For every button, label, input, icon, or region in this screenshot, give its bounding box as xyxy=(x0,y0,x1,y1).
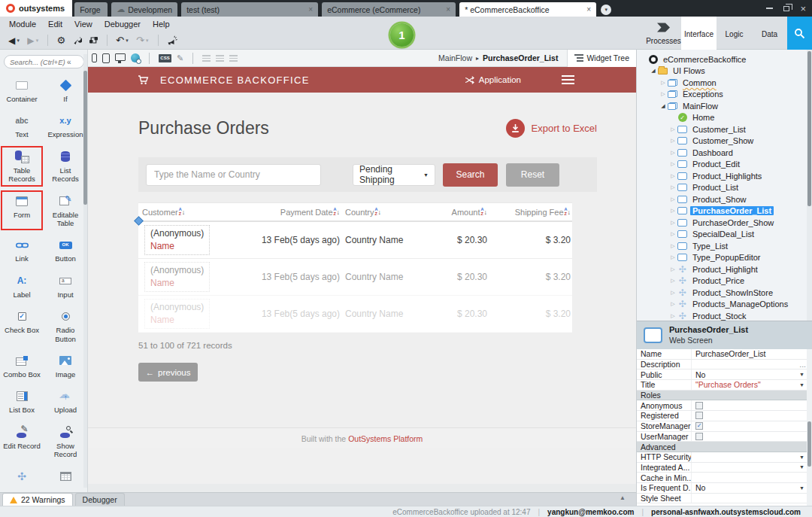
expand-icon[interactable]: ▷ xyxy=(669,208,677,214)
layer-tab-interface[interactable]: Interface xyxy=(681,17,717,50)
expand-icon[interactable]: ▷ xyxy=(669,220,677,226)
widget-editable-table[interactable]: ✎Editable Table xyxy=(46,192,85,230)
expand-icon[interactable]: ▷ xyxy=(669,266,677,272)
tutorial-step-badge[interactable]: 1 xyxy=(390,23,414,47)
tree-item-product-show[interactable]: ▷Product_Show xyxy=(637,193,812,205)
minimize-icon[interactable] xyxy=(766,8,773,9)
column-header-shipping-fee[interactable]: Shipping FeeAZ↓ xyxy=(489,208,572,217)
tree-item-type-popupeditor[interactable]: ▷Type_PopupEditor xyxy=(637,252,812,264)
prop-value[interactable] xyxy=(691,411,812,421)
tree-item-product-highlight[interactable]: ▷✣Product_Highlight xyxy=(637,263,812,275)
environment-host[interactable]: personal-asnfwaxh.outsystemscloud.com xyxy=(651,508,801,516)
expand-icon[interactable]: ▷ xyxy=(669,313,677,319)
site-title[interactable]: ECOMMERCE BACKOFFICE xyxy=(160,75,310,86)
manage-dependencies-button[interactable] xyxy=(86,35,101,45)
scroll-up-icon[interactable]: ▲ xyxy=(620,494,626,501)
chevron-down-icon[interactable]: ▼ xyxy=(799,464,804,470)
prop-value[interactable]: "Purchase Orders"▼ xyxy=(691,380,812,390)
widget-form[interactable]: Form xyxy=(2,192,41,230)
app-tab-forge[interactable]: Forge xyxy=(74,2,108,17)
checkbox-checked-icon[interactable]: ✓ xyxy=(695,422,703,430)
align-center-icon[interactable] xyxy=(216,55,224,62)
expand-icon[interactable]: ▷ xyxy=(669,278,677,284)
global-search-button[interactable] xyxy=(787,17,812,50)
expand-icon[interactable]: ▷ xyxy=(669,243,677,249)
prop-value[interactable]: ✓ xyxy=(691,421,812,431)
prop-value[interactable]: ... xyxy=(691,360,812,370)
back-button[interactable]: ◀▼ xyxy=(6,36,23,45)
tree-item-mainflow[interactable]: ◢MainFlow xyxy=(637,100,812,112)
sort-az-icon[interactable]: AZ↓ xyxy=(179,208,185,216)
menu-item-view[interactable]: View xyxy=(68,18,98,30)
tree-item-customer-show[interactable]: ▷Customer_Show xyxy=(637,135,812,147)
tree-item-product-showinstore[interactable]: ▷✣Product_ShowInStore xyxy=(637,287,812,299)
layer-tab-logic[interactable]: Logic xyxy=(717,17,752,50)
expand-icon[interactable]: ▷ xyxy=(669,301,677,307)
properties-scrollbar[interactable] xyxy=(807,349,812,506)
toolbox-search-input[interactable] xyxy=(8,57,67,67)
tab-overflow-button[interactable]: ▼ xyxy=(601,5,611,15)
tree-item-product-list[interactable]: ▷Product_List xyxy=(637,182,812,194)
export-to-excel-link[interactable]: Export to Excel xyxy=(506,119,597,138)
menu-item-edit[interactable]: Edit xyxy=(42,18,68,30)
checkbox-unchecked-icon[interactable] xyxy=(695,412,703,419)
widget-image[interactable]: Image xyxy=(46,351,85,380)
customer-name-link[interactable]: Name xyxy=(150,241,204,251)
warnings-tab[interactable]: 22 Warnings xyxy=(2,493,73,506)
tree-item-purchaseorder-list[interactable]: ▷PurchaseOrder_List xyxy=(637,205,812,217)
name-country-search-input[interactable] xyxy=(146,164,321,186)
customer-widget-box[interactable]: (Anonymous)Name xyxy=(144,299,210,329)
desktop-preview-icon[interactable] xyxy=(115,53,126,61)
expand-icon[interactable]: ▷ xyxy=(669,196,677,202)
css-editor-icon[interactable]: CSS xyxy=(159,54,171,62)
tree-item-product-highlights[interactable]: ▷Product_Highlights xyxy=(637,170,812,182)
prop-value[interactable]: ▼ xyxy=(691,463,812,473)
expand-icon[interactable]: ▷ xyxy=(669,254,677,260)
expand-icon[interactable]: ▷ xyxy=(659,80,667,86)
close-tab-icon[interactable]: × xyxy=(304,5,313,14)
expand-icon[interactable]: ▷ xyxy=(669,184,677,190)
column-header-customer[interactable]: CustomerAZ↓ xyxy=(138,208,248,217)
widget-container[interactable]: Container xyxy=(2,76,41,105)
widget-text[interactable]: abcText xyxy=(2,111,41,140)
breadcrumb-screen[interactable]: PurchaseOrder_List xyxy=(483,53,558,62)
expand-icon[interactable]: ▷ xyxy=(669,126,677,132)
publish-feedback-button[interactable] xyxy=(165,35,180,45)
align-left-icon[interactable] xyxy=(202,55,211,62)
sort-az-icon[interactable]: AZ↓ xyxy=(375,208,381,216)
menu-item-debugger[interactable]: Debugger xyxy=(98,18,147,30)
toolbox-scrollbar[interactable] xyxy=(83,54,87,488)
widget-radio-button[interactable]: Radio Button xyxy=(46,307,85,345)
previous-page-button[interactable]: ← previous xyxy=(138,363,198,382)
logged-user[interactable]: yangkun@memkoo.com xyxy=(547,508,634,516)
prop-value[interactable] xyxy=(691,473,812,482)
app-tab-ecommercebackoffice[interactable]: * eCommerceBackoffice× xyxy=(459,2,596,17)
outsystems-platform-link[interactable]: OutSystems Platform xyxy=(348,434,423,443)
prop-value[interactable]: No▼ xyxy=(691,370,812,379)
chevron-down-icon[interactable]: ▼ xyxy=(799,372,804,377)
customer-name-link[interactable]: Name xyxy=(150,315,204,325)
widget-button[interactable]: OKButton xyxy=(46,236,85,264)
chevron-down-icon[interactable]: ▼ xyxy=(799,485,804,491)
undo-button[interactable]: ↶▼ xyxy=(114,35,132,45)
layer-tab-processes[interactable]: Processes xyxy=(646,17,681,50)
tree-item-customer-list[interactable]: ▷Customer_List xyxy=(637,123,812,135)
tree-item-dashboard[interactable]: ▷Dashboard xyxy=(637,147,812,159)
expand-icon[interactable]: ▷ xyxy=(669,138,677,144)
tree-item-common[interactable]: ▷Common xyxy=(637,77,812,89)
tree-item-product-stock[interactable]: ▷✣Product_Stock xyxy=(637,310,812,321)
debugger-tab[interactable]: Debugger xyxy=(75,493,125,506)
expand-icon[interactable]: ▷ xyxy=(669,161,677,167)
align-right-icon[interactable] xyxy=(229,55,238,62)
expand-icon[interactable]: ▷ xyxy=(669,173,677,179)
customer-widget-box[interactable]: (Anonymous)Name xyxy=(144,225,210,255)
expand-icon[interactable]: ▷ xyxy=(659,91,667,97)
tree-item-specialdeal-list[interactable]: ▷SpecialDeal_List xyxy=(637,229,812,241)
widget-input[interactable]: aInput xyxy=(46,272,85,300)
checkbox-unchecked-icon[interactable] xyxy=(695,433,703,440)
chevron-down-icon[interactable]: ▼ xyxy=(799,455,804,460)
close-tab-icon[interactable]: × xyxy=(582,5,591,14)
styles-icon[interactable]: ✎ xyxy=(177,53,183,63)
sort-az-icon[interactable]: AZ↓ xyxy=(565,208,571,216)
tablet-preview-icon[interactable] xyxy=(102,53,110,63)
